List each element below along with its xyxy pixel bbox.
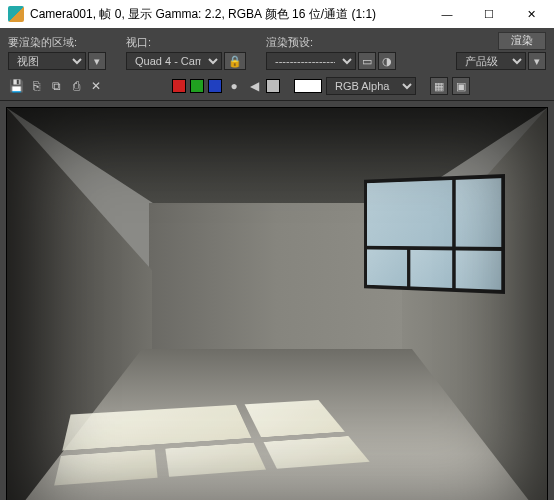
window-frame — [364, 174, 505, 294]
window-titlebar: Camera001, 帧 0, 显示 Gamma: 2.2, RGBA 颜色 1… — [0, 0, 554, 28]
image-toolbar: 💾 ⎘ ⧉ ⎙ ✕ ● ◀ RGB Alpha ▦ ▣ — [0, 74, 554, 101]
clear-icon[interactable]: ✕ — [88, 78, 104, 94]
preset-select[interactable]: ------------------------ — [266, 52, 356, 70]
display-mode-1-icon[interactable]: ▦ — [430, 77, 448, 95]
alpha-toggle-icon[interactable]: ● — [226, 78, 242, 94]
area-select[interactable]: 视图 — [8, 52, 86, 70]
print-icon[interactable]: ⎙ — [68, 78, 84, 94]
window-pane — [456, 251, 501, 290]
viewport-group: 视口: Quad 4 - Camera 🔒 — [126, 35, 246, 70]
render-group: 渲染 产品级 ▾ — [456, 32, 546, 70]
red-channel-swatch[interactable] — [172, 79, 186, 93]
output-select[interactable]: 产品级 — [456, 52, 526, 70]
viewport-select[interactable]: Quad 4 - Camera — [126, 52, 222, 70]
save-icon[interactable]: 💾 — [8, 78, 24, 94]
area-group: 要渲染的区域: 视图 ▾ — [8, 35, 106, 70]
viewport-label: 视口: — [126, 35, 246, 50]
output-options-button[interactable]: ▾ — [528, 52, 546, 70]
channel-select[interactable]: RGB Alpha — [326, 77, 416, 95]
render-button[interactable]: 渲染 — [498, 32, 546, 50]
window-pane — [367, 180, 452, 247]
display-mode-2-icon[interactable]: ▣ — [452, 77, 470, 95]
preset-icon-1[interactable]: ▭ — [358, 52, 376, 70]
area-label: 要渲染的区域: — [8, 35, 106, 50]
copy-icon[interactable]: ⎘ — [28, 78, 44, 94]
blue-channel-swatch[interactable] — [208, 79, 222, 93]
color-picker-swatch[interactable] — [294, 79, 322, 93]
minimize-button[interactable]: — — [426, 0, 468, 28]
window-title: Camera001, 帧 0, 显示 Gamma: 2.2, RGBA 颜色 1… — [30, 6, 426, 23]
app-icon — [8, 6, 24, 22]
area-options-button[interactable]: ▾ — [88, 52, 106, 70]
grey-swatch[interactable] — [266, 79, 280, 93]
lock-icon[interactable]: 🔒 — [224, 52, 246, 70]
clone-icon[interactable]: ⧉ — [48, 78, 64, 94]
preset-icon-2[interactable]: ◑ — [378, 52, 396, 70]
preset-group: 渲染预设: ------------------------ ▭ ◑ — [266, 35, 396, 70]
render-toolbar: 要渲染的区域: 视图 ▾ 视口: Quad 4 - Camera 🔒 渲染预设:… — [0, 28, 554, 74]
preset-label: 渲染预设: — [266, 35, 396, 50]
mono-toggle-icon[interactable]: ◀ — [246, 78, 262, 94]
rendered-image — [7, 108, 547, 500]
green-channel-swatch[interactable] — [190, 79, 204, 93]
window-pane — [367, 250, 407, 286]
close-button[interactable]: ✕ — [510, 0, 552, 28]
window-pane — [410, 250, 452, 288]
window-pane — [456, 178, 501, 247]
maximize-button[interactable]: ☐ — [468, 0, 510, 28]
render-viewport[interactable] — [6, 107, 548, 500]
